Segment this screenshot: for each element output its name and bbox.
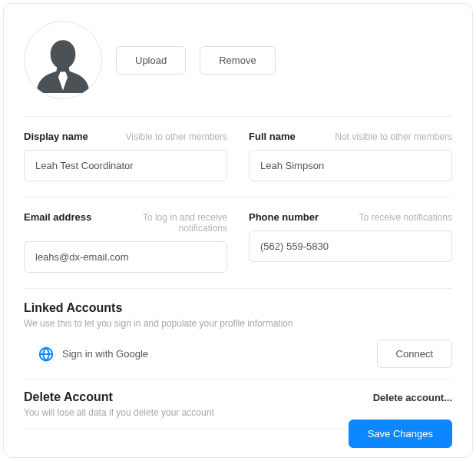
full-name-hint: Not visible to other members bbox=[302, 131, 452, 142]
delete-account-title: Delete Account bbox=[24, 390, 214, 404]
save-changes-button[interactable]: Save Changes bbox=[349, 420, 452, 448]
phone-label: Phone number bbox=[249, 211, 319, 223]
display-name-label: Display name bbox=[24, 131, 88, 142]
phone-field: Phone number To receive notifications bbox=[249, 211, 452, 273]
display-name-hint: Visible to other members bbox=[94, 131, 227, 142]
phone-input[interactable] bbox=[249, 230, 452, 262]
email-hint: To log in and receive notifications bbox=[98, 212, 227, 234]
profile-settings-card: Upload Remove Display name Visible to ot… bbox=[3, 3, 473, 458]
globe-icon bbox=[38, 346, 55, 363]
full-name-input[interactable] bbox=[249, 150, 452, 181]
avatar-image bbox=[24, 21, 102, 99]
full-name-label: Full name bbox=[249, 131, 296, 142]
display-name-input[interactable] bbox=[24, 150, 227, 181]
delete-account-subtitle: You will lose all data if you delete you… bbox=[24, 407, 214, 418]
linked-accounts-section: Linked Accounts We use this to let you s… bbox=[24, 289, 452, 380]
avatar-section: Upload Remove bbox=[24, 21, 452, 117]
name-fields-row: Display name Visible to other members Fu… bbox=[24, 117, 452, 197]
linked-accounts-subtitle: We use this to let you sign in and popul… bbox=[24, 318, 452, 329]
contact-fields-row: Email address To log in and receive noti… bbox=[24, 197, 452, 289]
remove-button[interactable]: Remove bbox=[200, 46, 275, 75]
delete-account-button[interactable]: Delete account... bbox=[373, 390, 452, 403]
full-name-field: Full name Not visible to other members bbox=[249, 131, 452, 181]
connect-button[interactable]: Connect bbox=[377, 340, 452, 368]
email-input[interactable] bbox=[24, 241, 227, 273]
linked-accounts-title: Linked Accounts bbox=[24, 301, 452, 315]
phone-hint: To receive notifications bbox=[325, 212, 452, 223]
email-label: Email address bbox=[24, 211, 91, 223]
footer-actions: Save Changes bbox=[349, 420, 452, 448]
linked-account-row: Sign in with Google Connect bbox=[24, 340, 452, 368]
email-field: Email address To log in and receive noti… bbox=[24, 211, 227, 273]
google-provider-label: Sign in with Google bbox=[62, 348, 148, 360]
upload-button[interactable]: Upload bbox=[116, 46, 186, 75]
person-silhouette-icon bbox=[30, 32, 96, 98]
display-name-field: Display name Visible to other members bbox=[24, 131, 227, 181]
